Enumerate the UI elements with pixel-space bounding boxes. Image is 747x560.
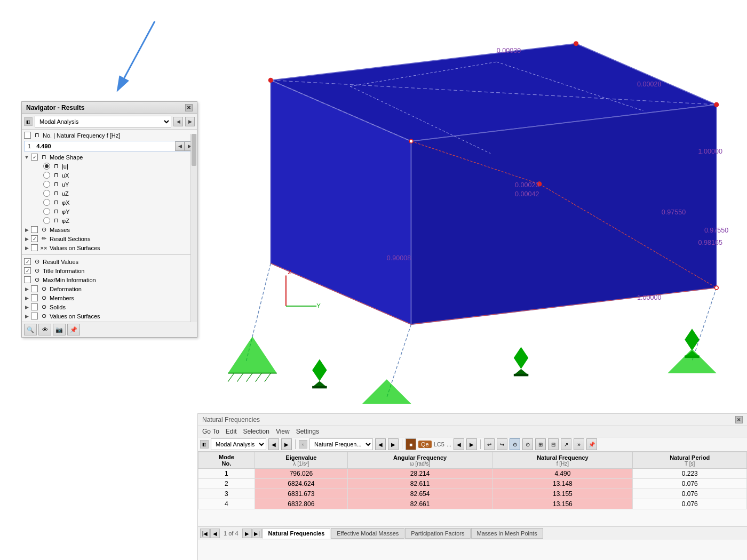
toolbar-prev-btn[interactable]: ◀ xyxy=(268,438,279,450)
toolbar-btn-display[interactable]: ⊙ xyxy=(510,438,520,450)
values-on-surfaces-row[interactable]: ▶ ×× Values on Surfaces xyxy=(22,243,197,252)
tab-last-btn[interactable]: ▶| xyxy=(252,529,262,538)
tab-prev-btn[interactable]: ◀ xyxy=(210,529,220,538)
toolbar-lc-next-btn[interactable]: ▶ xyxy=(466,438,477,450)
solids-checkbox[interactable] xyxy=(31,303,38,310)
toolbar-lc-prev-btn[interactable]: ◀ xyxy=(454,438,464,450)
component-uy-row[interactable]: ⊓ uY xyxy=(41,180,197,189)
tab-masses-mesh[interactable]: Masses in Mesh Points xyxy=(471,528,543,539)
values-on-surfaces-bottom-row[interactable]: ▶ ⊙ Values on Surfaces xyxy=(22,311,197,321)
cell-eigenvalue-1: 796.026 xyxy=(255,469,347,479)
toolbar-btn-export[interactable]: ↗ xyxy=(561,438,571,450)
nav-tool-btn-2[interactable]: 👁 xyxy=(38,324,51,335)
analysis-dropdown[interactable]: Modal Analysis xyxy=(35,116,171,127)
masses-checkbox[interactable] xyxy=(31,226,38,233)
menu-view[interactable]: View xyxy=(276,428,290,435)
toolbar-freq-next-btn[interactable]: ▶ xyxy=(388,438,399,450)
deformation-checkbox[interactable] xyxy=(31,285,38,292)
maxmin-row[interactable]: ⊙ Max/Min Information xyxy=(22,275,197,284)
component-phix-radio[interactable] xyxy=(43,199,50,206)
values-on-surfaces-expander[interactable]: ▶ xyxy=(24,245,29,251)
maxmin-checkbox[interactable] xyxy=(24,276,31,283)
nav-tool-btn-1[interactable]: 🔍 xyxy=(24,324,37,335)
toolbar-freq-icon: ≈ xyxy=(299,440,307,449)
masses-expander[interactable]: ▶ xyxy=(24,227,29,233)
navigator-scrollbar[interactable] xyxy=(190,134,197,322)
component-phiy-row[interactable]: ⊓ φY xyxy=(41,207,197,216)
table-row[interactable]: 2 6824.624 82.611 13.148 0.076 xyxy=(198,479,747,489)
result-sections-expander[interactable]: ▶ xyxy=(24,236,29,242)
solids-row[interactable]: ▶ ⊙ Solids xyxy=(22,302,197,311)
mode-shape-row[interactable]: ▼ ⊓ Mode Shape xyxy=(22,153,197,162)
menu-edit[interactable]: Edit xyxy=(226,428,237,435)
component-u-abs-row[interactable]: ⊓ |u| xyxy=(41,162,197,171)
result-values-row[interactable]: ⊙ Result Values xyxy=(22,257,197,266)
table-row[interactable]: 3 6831.673 82.654 13.155 0.076 xyxy=(198,489,747,499)
toolbar-next-btn[interactable]: ▶ xyxy=(281,438,292,450)
scrollbar-thumb[interactable] xyxy=(192,134,196,166)
component-ux-row[interactable]: ⊓ uX xyxy=(41,171,197,180)
tab-participation[interactable]: Participation Factors xyxy=(405,528,470,539)
title-info-checkbox[interactable] xyxy=(24,267,31,274)
navigator-close-button[interactable]: ✕ xyxy=(185,104,193,111)
toolbar-color-btn[interactable]: ■ xyxy=(406,438,416,450)
prev-analysis-button[interactable]: ◀ xyxy=(173,117,183,126)
nav-tool-btn-4[interactable]: 📌 xyxy=(67,324,80,335)
component-phiz-radio[interactable] xyxy=(43,217,50,224)
members-expander[interactable]: ▶ xyxy=(24,295,29,301)
tab-first-btn[interactable]: |◀ xyxy=(200,529,210,538)
tab-natural-frequencies[interactable]: Natural Frequencies xyxy=(263,528,331,539)
menu-settings[interactable]: Settings xyxy=(296,428,319,435)
tab-next-btn[interactable]: ▶ xyxy=(242,529,252,538)
lc-badge: Qe xyxy=(418,441,432,448)
cell-natural-4: 13.156 xyxy=(492,499,633,509)
freq-prev-button[interactable]: ◀ xyxy=(175,141,185,151)
toolbar-btn-redo[interactable]: ↪ xyxy=(497,438,507,450)
mode-shape-expander[interactable]: ▼ xyxy=(24,155,29,160)
deformation-row[interactable]: ▶ ⊙ Deformation xyxy=(22,284,197,293)
component-ux-radio[interactable] xyxy=(43,172,50,179)
members-checkbox[interactable] xyxy=(31,294,38,301)
toolbar-btn-pin[interactable]: 📌 xyxy=(586,438,597,450)
masses-row[interactable]: ▶ ⊙ Masses xyxy=(22,225,197,234)
freq-header-checkbox[interactable] xyxy=(24,132,31,139)
toolbar-freq-prev-btn[interactable]: ◀ xyxy=(375,438,386,450)
component-phix-row[interactable]: ⊓ φX xyxy=(41,198,197,207)
toolbar-btn-more[interactable]: » xyxy=(574,438,584,450)
values-on-surfaces-bottom-checkbox[interactable] xyxy=(31,313,38,319)
menu-goto[interactable]: Go To xyxy=(202,428,219,435)
toolbar-freq-dropdown[interactable]: Natural Frequen... xyxy=(309,438,373,450)
component-uz-row[interactable]: ⊓ uZ xyxy=(41,189,197,198)
table-row[interactable]: 4 6832.806 82.661 13.156 0.076 xyxy=(198,499,747,509)
menu-selection[interactable]: Selection xyxy=(243,428,269,435)
result-values-checkbox[interactable] xyxy=(24,258,31,265)
toolbar-modal-dropdown[interactable]: Modal Analysis xyxy=(211,438,266,450)
result-sections-checkbox[interactable] xyxy=(31,235,38,242)
values-on-surfaces-checkbox[interactable] xyxy=(31,244,38,251)
component-u-abs-radio[interactable] xyxy=(43,163,50,170)
solids-expander[interactable]: ▶ xyxy=(24,305,29,310)
toolbar-btn-table[interactable]: ⊞ xyxy=(535,438,546,450)
nav-tool-btn-3[interactable]: 📷 xyxy=(53,324,66,335)
title-info-row[interactable]: ⊙ Title Information xyxy=(22,266,197,275)
values-on-surfaces-bottom-label: Values on Surfaces xyxy=(50,313,100,319)
next-analysis-button[interactable]: ▶ xyxy=(185,117,195,126)
component-phiz-row[interactable]: ⊓ φZ xyxy=(41,216,197,225)
mode-shape-checkbox[interactable] xyxy=(31,154,38,161)
component-phiy-radio[interactable] xyxy=(43,208,50,215)
toolbar-btn-display2[interactable]: ⊙ xyxy=(522,438,533,450)
members-row[interactable]: ▶ ⊙ Members xyxy=(22,293,197,302)
table-row[interactable]: 1 796.026 28.214 4.490 0.223 xyxy=(198,469,747,479)
tab-effective-modal[interactable]: Effective Modal Masses xyxy=(331,528,404,539)
toolbar-btn-table2[interactable]: ⊟ xyxy=(548,438,559,450)
freq-number: 1 xyxy=(25,142,34,150)
tree-area: ⊓ No. | Natural Frequency f [Hz] 1 4.490… xyxy=(22,130,197,322)
deformation-expander[interactable]: ▶ xyxy=(24,286,29,292)
values-on-surfaces-bottom-expander[interactable]: ▶ xyxy=(24,314,29,319)
component-uy-radio[interactable] xyxy=(43,181,50,188)
toolbar-btn-undo[interactable]: ↩ xyxy=(484,438,495,450)
component-uz-radio[interactable] xyxy=(43,190,50,197)
result-sections-row[interactable]: ▶ ✏ Result Sections xyxy=(22,234,197,243)
dropdown-row: ◧ Modal Analysis ◀ ▶ xyxy=(22,114,197,130)
results-close-button[interactable]: ✕ xyxy=(735,416,743,423)
